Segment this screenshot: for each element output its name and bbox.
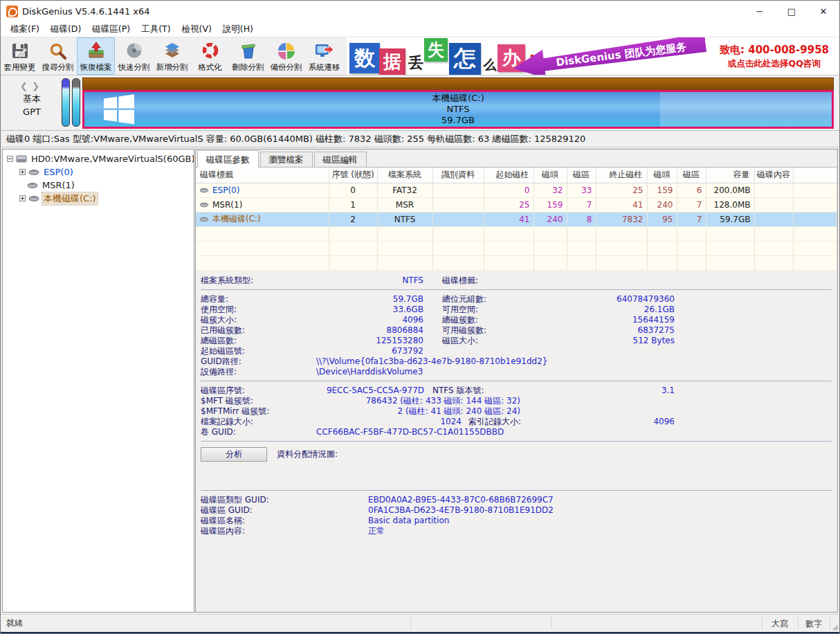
disk-type-label: 基本 [10,93,53,105]
format-icon [200,41,221,62]
cell-filesystem: NTFS [377,212,432,226]
menu-disk[interactable]: 磁碟(D) [45,22,86,37]
num-lock-indicator: 數字 [805,618,822,630]
col-header[interactable]: 磁區 [567,167,596,183]
disk-header-band[interactable] [82,78,834,90]
delete-partition-button[interactable]: 刪除分割 [229,37,267,75]
col-header[interactable]: 磁區 [677,167,706,183]
diskgenius-logo-icon [6,6,18,17]
menu-tools[interactable]: 工具(T) [136,22,176,37]
cell-content [754,197,793,212]
system-migrate-button[interactable]: 系統遷移 [305,37,343,75]
statusbar-divider [551,617,551,629]
allocation-map-label: 資料分配情況圖: [277,449,338,460]
recover-files-button[interactable]: 恢復檔案 [77,37,115,75]
cell-serial: 0 [329,183,377,197]
ad-tile: 据 [379,48,405,75]
allocation-map-area [201,469,832,487]
analyze-button[interactable]: 分析 [201,447,267,462]
disk-cylinder-indicator[interactable] [72,78,80,127]
col-header[interactable]: 檔案系統 [377,167,432,183]
cell-end-sec: 7 [677,212,706,226]
tree-item-local-disk-c[interactable]: 本機磁碟(C:) [3,192,194,205]
menu-view[interactable]: 檢視(V) [176,22,217,37]
apply-changes-icon [10,41,30,62]
cell-end-cyl: 25 [596,183,647,197]
detail-label: 磁簇大小: [201,315,311,325]
cell-filesystem: FAT32 [377,183,432,197]
detail-value: 59.7GB [311,294,423,305]
detail-value: 673792 [311,346,423,356]
partition-name-value: Basic data partition [368,516,832,526]
quick-partition-button[interactable]: 快速分割 [115,37,153,75]
detail-label: 總容量: [201,294,311,305]
ad-qq-link[interactable]: 或点击此处选择QQ咨询 [712,58,837,70]
expand-icon[interactable] [19,169,26,175]
menu-partition[interactable]: 磁碟區(P) [86,22,136,37]
table-row-msr[interactable]: MSR(1) 1 MSR 25 159 7 41 240 7 128.0MB [196,197,837,212]
backup-partition-button[interactable]: 備份分割 [267,37,305,75]
prev-disk-arrow[interactable]: ❮ [20,81,32,91]
col-header[interactable]: 磁碟標籤 [196,167,329,183]
cell-filler [793,212,837,226]
menu-file[interactable]: 檔案(F) [5,22,45,37]
search-partition-icon [48,41,69,62]
detail-label: 磁碟區 GUID: [201,505,368,516]
detail-value: 3.1 [536,386,675,396]
col-header[interactable]: 磁頭 [533,167,567,183]
next-disk-arrow[interactable]: ❯ [32,81,44,91]
close-button[interactable]: ✕ [807,1,839,21]
tree-item-hd0[interactable]: HD0:VMware,VMwareVirtualS(60GB) [3,152,194,165]
table-header-row: 磁碟標籤 序號 (狀態) 檔案系統 識別資料 起始磁柱 磁頭 磁區 終止磁柱 磁… [196,167,837,183]
tab-sector-edit[interactable]: 磁區編輯 [314,152,367,167]
ad-banner[interactable]: 数 据 丢 失 怎 么 办 ! DiskGenius 团队为您服务 致电: 40… [347,37,839,75]
ad-arrow: DiskGenius 团队为您服务 [511,37,707,75]
detail-value: NTFS [311,275,423,286]
tree-item-esp[interactable]: ESP(0) [3,165,194,179]
expand-icon[interactable] [19,195,26,201]
partition-status-value: 正常 [368,526,832,536]
col-header[interactable]: 識別資料 [432,167,484,183]
detail-label: 可用磁簇數: [442,325,549,336]
col-header[interactable]: 終止磁柱 [596,167,647,183]
col-header[interactable]: 起始磁柱 [484,167,533,183]
format-button[interactable]: 格式化 [191,37,229,75]
cell-capacity: 59.7GB [706,212,754,226]
minimize-button[interactable]: − [744,1,776,21]
search-partition-button[interactable]: 搜尋分割 [39,37,77,75]
table-row-local-disk-c[interactable]: 本機磁碟(C:) 2 NTFS 41 240 8 7832 95 7 59.7G… [196,212,837,226]
new-partition-button[interactable]: 新增分割 [153,37,191,75]
tab-strip: 磁碟區參數 瀏覽檔案 磁區編輯 [196,150,837,167]
apply-changes-button[interactable]: 套用變更 [1,37,39,75]
col-header[interactable]: 序號 (狀態) [329,167,377,183]
detail-value: 26.1GB [549,305,675,315]
disk-cylinder-indicator[interactable] [62,78,70,127]
detail-value [549,346,675,356]
detail-label: GUID路徑: [201,356,316,367]
partition-block-c[interactable]: 本機磁碟(C:) NTFS 59.7GB [82,90,834,129]
tree-item-msr[interactable]: MSR(1) [3,179,194,192]
device-path-value: \Device\HarddiskVolume3 [316,367,832,377]
col-header[interactable]: 磁碟內容 [754,167,793,183]
quick-partition-icon [124,41,145,62]
table-row-esp[interactable]: ESP(0) 0 FAT32 0 32 33 25 159 6 200.0MB [196,183,837,197]
detail-label: 磁碟區序號: [201,386,311,396]
collapse-icon[interactable] [7,156,13,162]
detail-label [442,346,549,356]
detail-value: 4096 [569,417,675,427]
table-row-empty [196,226,837,241]
detail-label: NTFS 版本號: [432,386,536,396]
resize-grip[interactable]: ◢ [832,622,838,631]
tab-browse-files[interactable]: 瀏覽檔案 [260,152,313,167]
tab-partition-parameters[interactable]: 磁碟區參數 [197,150,259,167]
col-header[interactable]: 容量 [706,167,754,183]
disk-info-line: 磁碟0 端口:Sas 型號:VMware,VMwareVirtualS 容量: … [1,131,839,147]
maximize-button[interactable]: □ [776,1,807,21]
detail-label: 已用磁簇數: [201,325,311,336]
menu-help[interactable]: 說明(H) [217,22,259,37]
detail-value: 6837275 [549,325,675,336]
col-header[interactable]: 磁頭 [647,167,677,183]
detail-value: 33.6GB [311,305,423,315]
partition-shine [660,92,832,127]
tree-item-label: 本機磁碟(C:) [42,192,98,205]
